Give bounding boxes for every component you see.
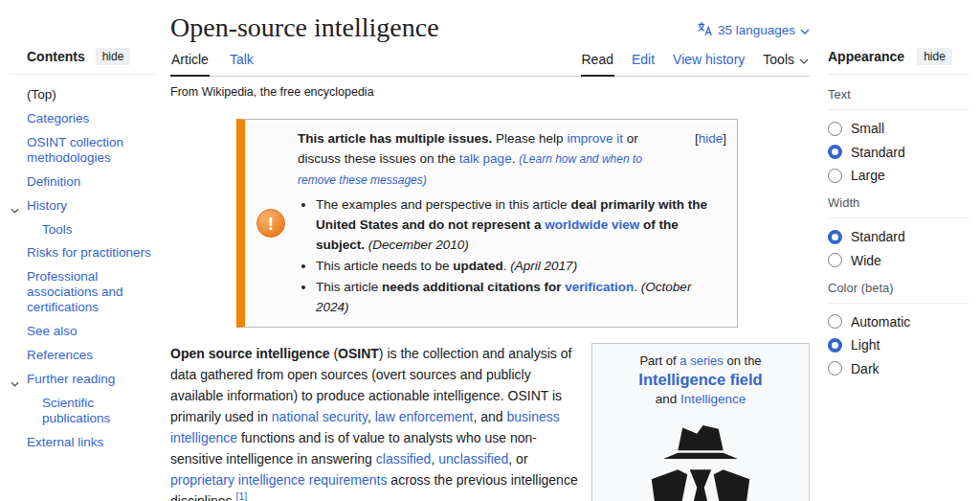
radio-icon <box>828 361 842 376</box>
inline-link[interactable]: unclassified <box>438 451 508 467</box>
contents-sidebar: Contents hide (Top) Categories OSINT col… <box>10 48 155 455</box>
tab-read[interactable]: Read <box>581 48 614 77</box>
issue-item: This article needs to be updated. (April… <box>316 256 725 276</box>
tab-edit[interactable]: Edit <box>631 48 656 77</box>
inline-link[interactable]: national security <box>272 409 368 424</box>
sidebar-item-categories[interactable]: Categories <box>10 107 155 131</box>
text-segment: This article needs to be <box>316 259 453 273</box>
color-section: Color (beta) Automatic Light Dark <box>828 281 969 376</box>
spy-icon <box>639 421 762 501</box>
tab-talk[interactable]: Talk <box>229 48 255 77</box>
inline-link[interactable]: a series <box>679 353 724 368</box>
radio-text-small[interactable]: Small <box>828 121 969 136</box>
issues-text: This article has multiple issues. Please… <box>298 128 725 318</box>
site-subtitle: From Wikipedia, the free encyclopedia <box>170 85 810 99</box>
inline-link[interactable]: classified <box>376 451 432 467</box>
sidebar-item-label: Definition <box>27 174 80 189</box>
sidebar-item-label: OSINT collection methodologies <box>27 135 123 165</box>
text-segment: Please help <box>492 131 567 146</box>
main-content: Open-source intelligence 35 languages Ar… <box>170 0 810 501</box>
sidebar-item-risks-for-practitioners[interactable]: Risks for practitioners <box>10 241 155 265</box>
radio-color-automatic[interactable]: Automatic <box>828 314 969 330</box>
sidebar-item-label: External links <box>27 435 103 449</box>
radio-width-standard[interactable]: Standard <box>828 229 969 244</box>
section-label: Color (beta) <box>828 281 969 304</box>
sidebar-item-label: Categories <box>27 111 89 125</box>
sidebar-item-see-also[interactable]: See also <box>10 320 155 344</box>
text-segment: The examples and perspective in this art… <box>316 197 570 212</box>
radio-text-large[interactable]: Large <box>828 168 969 183</box>
text-segment: This article <box>316 280 382 294</box>
inline-link[interactable]: Intelligence <box>680 392 746 406</box>
radio-label: Small <box>851 121 884 136</box>
appearance-title: Appearance <box>828 49 904 64</box>
inline-link[interactable]: verification <box>565 280 634 294</box>
sidebar-item-tools[interactable]: Tools <box>10 218 155 242</box>
namespace-tabs: Article Talk <box>170 48 255 76</box>
issues-lead: This article has multiple issues. Please… <box>298 128 725 191</box>
sidebar-item-label: Scientific publications <box>42 396 110 425</box>
sidebar-item-references[interactable]: References <box>10 344 155 368</box>
sidebar-item-further-reading[interactable]: Further reading <box>10 368 155 392</box>
radio-color-light[interactable]: Light <box>828 337 969 353</box>
text-segment: ( <box>330 346 339 361</box>
radio-width-wide[interactable]: Wide <box>828 253 969 268</box>
warning-icon: ! <box>256 209 285 238</box>
text-segment: , or <box>508 451 527 467</box>
sidebar-item-osint-collection-methodologies[interactable]: OSINT collection methodologies <box>10 131 155 171</box>
radio-icon <box>828 230 842 244</box>
infobox-header: Part of a series on the <box>604 353 797 368</box>
text-segment: This article has multiple issues. <box>298 131 492 146</box>
languages-button[interactable]: 35 languages <box>698 21 810 39</box>
inline-link[interactable]: improve it <box>567 131 623 146</box>
inline-link[interactable]: talk page <box>459 151 512 166</box>
inline-link[interactable]: proprietary intelligence requirements <box>170 472 387 488</box>
issues-box-inner: ! This article has multiple issues. Plea… <box>245 128 725 318</box>
reference-link[interactable]: [1] <box>235 491 247 501</box>
radio-label: Wide <box>851 253 881 268</box>
radio-label: Standard <box>851 229 905 244</box>
inline-link[interactable]: law enforcement <box>375 409 474 424</box>
text-segment: (April 2017) <box>510 259 577 273</box>
sidebar-item-label: (Top) <box>27 87 56 102</box>
appearance-hide-button[interactable]: hide <box>917 48 952 65</box>
contents-title: Contents <box>27 49 85 64</box>
article-text-column: Open source intelligence (OSINT) is the … <box>170 343 578 501</box>
radio-color-dark[interactable]: Dark <box>828 361 969 376</box>
text-segment: on the <box>724 353 762 368</box>
radio-label: Dark <box>851 361 880 376</box>
chevron-down-icon[interactable] <box>11 376 19 391</box>
tab-view-history[interactable]: View history <box>672 48 746 77</box>
wikipedia-page: Contents hide (Top) Categories OSINT col… <box>0 0 980 501</box>
section-label: Text <box>828 87 969 110</box>
contents-hide-button[interactable]: hide <box>96 48 131 65</box>
issues-hide-toggle[interactable]: [hide] <box>695 128 726 148</box>
sidebar-item-label: Tools <box>42 222 73 237</box>
sidebar-item-history[interactable]: History <box>10 194 155 218</box>
sidebar-item-label: Risks for practitioners <box>27 245 151 260</box>
sidebar-item-definition[interactable]: Definition <box>10 171 155 194</box>
bracket: ] <box>723 131 726 146</box>
view-tabs: Read Edit View history Tools <box>581 48 811 76</box>
sidebar-item-external-links[interactable]: External links <box>10 431 155 455</box>
inline-link[interactable]: worldwide view <box>545 217 639 232</box>
text-segment: . <box>634 280 641 294</box>
language-icon <box>698 21 713 39</box>
sidebar-item-professional-associations[interactable]: Professional associations and certificat… <box>10 265 155 320</box>
sidebar-item-top[interactable]: (Top) <box>10 83 155 107</box>
text-segment: updated <box>453 259 503 273</box>
tools-menu-button[interactable]: Tools <box>762 48 810 77</box>
radio-label: Automatic <box>851 314 910 330</box>
intro-paragraph: Open source intelligence (OSINT) is the … <box>170 343 578 501</box>
text-size-section: Text Small Standard Large <box>828 87 969 183</box>
chevron-down-icon <box>800 23 810 37</box>
hide-link[interactable]: hide <box>699 131 724 146</box>
sidebar-item-scientific-publications[interactable]: Scientific publications <box>10 392 155 431</box>
infobox-title-link[interactable]: Intelligence field <box>604 371 797 389</box>
tab-article[interactable]: Article <box>170 48 210 77</box>
chevron-down-icon[interactable] <box>11 202 19 217</box>
contents-list: (Top) Categories OSINT collection method… <box>10 75 155 455</box>
languages-label: 35 languages <box>718 23 795 37</box>
sidebar-item-label: Professional associations and certificat… <box>27 269 123 314</box>
radio-text-standard[interactable]: Standard <box>828 145 969 160</box>
